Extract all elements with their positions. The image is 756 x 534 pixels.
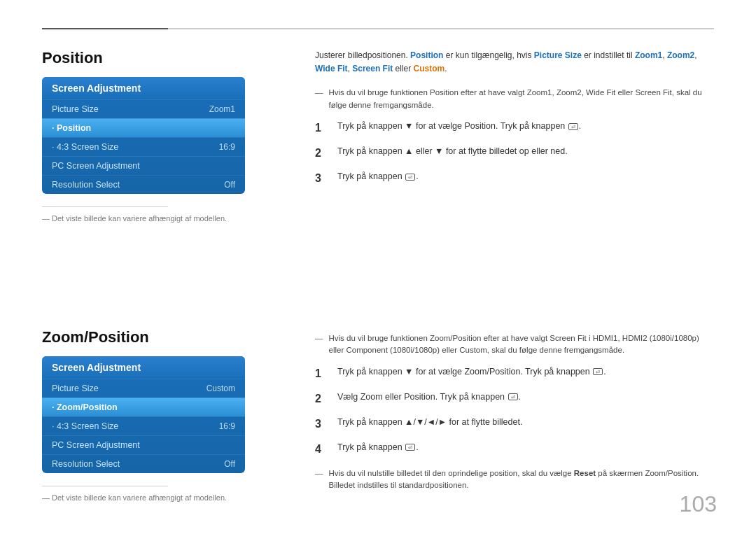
- enter-icon-4: ⏎: [508, 393, 518, 400]
- zoom-pos-note-text: Hvis du vil bruge funktionen Zoom/Positi…: [329, 332, 715, 357]
- zoom-position-screen-header: Screen Adjustment: [42, 356, 245, 379]
- note-wf: Wide Fit: [586, 88, 615, 97]
- zoom-step-2: 2 Vælg Zoom eller Position. Tryk på knap…: [315, 391, 714, 407]
- zoom-menu-resolution-label: Resolution Select: [52, 459, 120, 469]
- position-desc-bold5: Wide Fit: [315, 64, 348, 73]
- zoom-position-divider: [42, 486, 168, 486]
- position-screen-box: Screen Adjustment Picture Size Zoom1 · P…: [42, 77, 245, 194]
- zoom-position-steps: 1 Tryk på knappen ▼ for at vælge Zoom/Po…: [315, 365, 714, 458]
- position-desc-bold1: Position: [410, 50, 443, 60]
- position-menu-position-label: · Position: [52, 123, 91, 133]
- zoom-pos-note-dash: ―: [315, 332, 323, 357]
- zoom-step-3-num: 3: [315, 416, 328, 433]
- zoom-position-footnote-dash: ―: [42, 493, 50, 502]
- position-menu-picture-size[interactable]: Picture Size Zoom1: [42, 99, 245, 118]
- position-screen-header: Screen Adjustment: [42, 77, 245, 99]
- zoom-step-1: 1 Tryk på knappen ▼ for at vælge Zoom/Po…: [315, 365, 714, 382]
- enter-icon-2: ⏎: [405, 174, 415, 181]
- position-menu-position[interactable]: · Position: [42, 118, 245, 137]
- zoom-end-note-text: Hvis du vil nulstille billedet til den o…: [329, 468, 715, 492]
- zoom-menu-zoom-position[interactable]: · Zoom/Position: [42, 398, 245, 416]
- position-step-1-num: 1: [315, 120, 328, 136]
- zoom-position-columns: Zoom/Position Screen Adjustment Picture …: [42, 328, 714, 513]
- enter-icon-1: ⏎: [568, 123, 578, 130]
- position-step-2-text: Tryk på knappen ▲ eller ▼ for at flytte …: [337, 145, 568, 162]
- zoom-menu-resolution[interactable]: Resolution Select Off: [42, 454, 245, 473]
- top-line: [42, 28, 714, 29]
- position-menu-screen-size-value: 16:9: [219, 142, 235, 152]
- zoom-step-3-text: Tryk på knappen ▲/▼/◄/► for at flytte bi…: [337, 416, 522, 433]
- position-menu-resolution-value: Off: [224, 180, 235, 190]
- zoom-menu-picture-size-value: Custom: [206, 384, 235, 393]
- zoom-step-1-num: 1: [315, 365, 328, 382]
- zoom-position-right: ― Hvis du vil bruge funktionen Zoom/Posi…: [315, 328, 714, 513]
- position-divider: [42, 206, 168, 207]
- zoom-step-2-num: 2: [315, 391, 328, 407]
- position-desc: Justerer billedpositionen. Position er k…: [315, 49, 714, 76]
- position-menu-resolution-label: Resolution Select: [52, 180, 120, 190]
- note-z2: Zoom2: [556, 88, 582, 97]
- position-desc-bold2: Picture Size: [534, 50, 582, 60]
- position-desc-bold3: Zoom1: [635, 50, 662, 60]
- zoom-menu-screen-size[interactable]: · 4:3 Screen Size 16:9: [42, 416, 245, 435]
- position-menu-resolution[interactable]: Resolution Select Off: [42, 175, 245, 194]
- zoom-menu-picture-size-label: Picture Size: [52, 384, 99, 393]
- position-step-1: 1 Tryk på knappen ▼ for at vælge Positio…: [315, 120, 714, 136]
- position-menu-screen-size[interactable]: · 4:3 Screen Size 16:9: [42, 137, 245, 156]
- zoom-position-desc: ― Hvis du vil bruge funktionen Zoom/Posi…: [315, 332, 714, 357]
- position-note-text: Hvis du vil bruge funktionen Position ef…: [329, 87, 715, 111]
- position-step-3-text: Tryk på knappen ⏎.: [337, 170, 419, 187]
- zoom-step-4-num: 4: [315, 441, 328, 458]
- zoom-menu-screen-size-value: 16:9: [219, 421, 235, 431]
- zoom-step-3: 3 Tryk på knappen ▲/▼/◄/► for at flytte …: [315, 416, 714, 433]
- page-number: 103: [680, 491, 717, 517]
- zoom-menu-pc-adjust[interactable]: PC Screen Adjustment: [42, 435, 245, 454]
- note-pos: Position: [430, 88, 458, 97]
- zoom-menu-zoom-position-label: · Zoom/Position: [52, 402, 118, 412]
- zoom-end-note: ― Hvis du vil nulstille billedet til den…: [315, 468, 714, 492]
- zoom-position-footnote: ― Det viste billede kan variere afhængig…: [42, 493, 287, 502]
- position-left: Position Screen Adjustment Picture Size …: [42, 49, 287, 321]
- zoom-menu-picture-size[interactable]: Picture Size Custom: [42, 379, 245, 398]
- position-footnote-dash: ―: [42, 214, 50, 223]
- zoom-step-2-text: Vælg Zoom eller Position. Tryk på knappe…: [337, 391, 521, 407]
- position-right: Justerer billedpositionen. Position er k…: [315, 49, 714, 321]
- zoom-step-4: 4 Tryk på knappen ⏎.: [315, 441, 714, 458]
- zoom-position-screen-box: Screen Adjustment Picture Size Custom · …: [42, 356, 245, 473]
- position-step-3: 3 Tryk på knappen ⏎.: [315, 170, 714, 187]
- position-steps: 1 Tryk på knappen ▼ for at vælge Positio…: [315, 120, 714, 187]
- enter-icon-5: ⏎: [405, 444, 415, 451]
- page: Position Screen Adjustment Picture Size …: [0, 0, 756, 534]
- zoom-position-section: Zoom/Position Screen Adjustment Picture …: [42, 328, 714, 513]
- zoom-position-left: Zoom/Position Screen Adjustment Picture …: [42, 328, 287, 513]
- position-step-1-text: Tryk på knappen ▼ for at vælge Position.…: [337, 120, 581, 136]
- zoom-menu-resolution-value: Off: [224, 459, 235, 469]
- zoom-menu-screen-size-label: · 4:3 Screen Size: [52, 421, 118, 431]
- position-step-2: 2 Tryk på knappen ▲ eller ▼ for at flytt…: [315, 145, 714, 162]
- position-footnote: ― Det viste billede kan variere afhængig…: [42, 214, 287, 223]
- position-note: ― Hvis du vil bruge funktionen Position …: [315, 87, 714, 111]
- position-menu-picture-size-label: Picture Size: [52, 104, 99, 114]
- position-footnote-text: Det viste billede kan variere afhængigt …: [52, 214, 227, 223]
- zoom-menu-pc-adjust-label: PC Screen Adjustment: [52, 440, 140, 450]
- enter-icon-3: ⏎: [593, 368, 603, 375]
- position-desc-bold4: Zoom2: [667, 50, 694, 60]
- zoom-position-title: Zoom/Position: [42, 328, 287, 346]
- zoom-step-1-text: Tryk på knappen ▼ for at vælge Zoom/Posi…: [337, 365, 606, 382]
- note-sf: Screen Fit: [635, 88, 671, 97]
- zoom-position-footnote-text: Det viste billede kan variere afhængigt …: [52, 493, 227, 502]
- position-menu-pc-adjust-label: PC Screen Adjustment: [52, 161, 140, 171]
- position-menu-pc-adjust[interactable]: PC Screen Adjustment: [42, 156, 245, 175]
- position-section: Position Screen Adjustment Picture Size …: [42, 49, 714, 321]
- position-menu-picture-size-value: Zoom1: [209, 104, 235, 114]
- note-z1: Zoom1: [527, 88, 552, 97]
- position-desc-bold7: Custom: [414, 64, 445, 73]
- position-desc-bold6: Screen Fit: [352, 64, 393, 73]
- position-note-dash: ―: [315, 87, 323, 111]
- position-menu-screen-size-label: · 4:3 Screen Size: [52, 142, 118, 152]
- position-title: Position: [42, 49, 287, 67]
- position-step-2-num: 2: [315, 145, 328, 162]
- position-step-3-num: 3: [315, 170, 328, 187]
- zoom-step-4-text: Tryk på knappen ⏎.: [337, 441, 419, 458]
